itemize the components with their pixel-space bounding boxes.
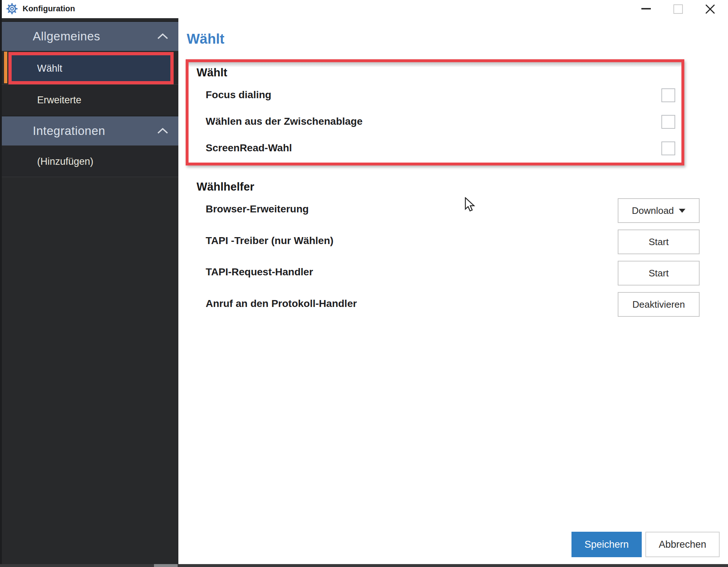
maximize-button[interactable] [667,0,689,18]
maximize-icon [673,4,683,14]
sidebar-item-waehlt[interactable]: Wählt [12,55,172,81]
sidebar-item-erweiterte[interactable]: Erweiterte [2,84,178,115]
download-button-label: Download [632,205,674,216]
section-title-waehlt: Wählt [197,66,227,79]
download-button[interactable]: Download [618,198,700,223]
save-button[interactable]: Speichern [571,532,642,557]
window-bottom-edge [0,564,728,567]
page-title: Wählt [187,31,224,47]
close-button[interactable] [699,0,721,18]
window-bottom-edge-segment [154,564,178,567]
checkbox-focus-dialing[interactable] [661,88,675,102]
deaktivieren-button[interactable]: Deaktivieren [618,292,700,317]
section-title-waehlhelfer: Wählhelfer [197,180,254,193]
row-label-browser-erweiterung: Browser-Erweiterung [206,203,309,215]
deaktivieren-button-label: Deaktivieren [632,299,685,310]
row-label-tapi-treiber: TAPI -Treiber (nur Wählen) [206,235,333,247]
sidebar-item-hinzufuegen[interactable]: (Hinzufügen) [2,146,178,177]
sidebar: Allgemeines Wählt Erweiterte Integration… [2,18,178,567]
chevron-up-icon [157,128,168,134]
row-label-zwischenablage: Wählen aus der Zwischenablage [206,116,363,127]
sidebar-group-integrationen[interactable]: Integrationen [2,116,178,145]
row-label-tapi-request-handler: TAPI-Request-Handler [206,266,313,278]
title-bar: Konfiguration [0,0,728,18]
konfiguration-window: Konfiguration Allgemeines Wählt [0,0,728,567]
minimize-icon [641,8,651,9]
checkbox-screenread-wahl[interactable] [661,141,675,155]
sidebar-group-allgemeines[interactable]: Allgemeines [2,21,178,51]
minimize-button[interactable] [635,0,657,18]
annotation-inner-shadow [189,62,681,67]
row-label-focus-dialing: Focus dialing [206,89,271,101]
checkbox-zwischenablage[interactable] [661,115,675,129]
dropdown-caret-icon [679,209,685,213]
window-title: Konfiguration [23,4,75,13]
cancel-button[interactable]: Abbrechen [645,532,720,557]
sidebar-group-label: Integrationen [33,124,105,138]
selected-item-accent-bar [4,52,7,83]
start-button-label: Start [649,268,669,279]
gear-icon [6,3,18,15]
chevron-up-icon [157,33,168,39]
sidebar-group-label: Allgemeines [33,29,100,43]
tapi-request-start-button[interactable]: Start [618,261,700,286]
row-label-screenread-wahl: ScreenRead-Wahl [206,142,292,154]
row-label-protokoll-handler: Anruf an den Protokoll-Handler [206,298,357,310]
sidebar-item-label: Wählt [37,63,62,74]
mouse-cursor [464,197,475,212]
close-icon [705,4,716,15]
sidebar-item-label: (Hinzufügen) [37,156,94,167]
sidebar-item-label: Erweiterte [37,95,82,106]
start-button-label: Start [649,236,669,248]
tapi-treiber-start-button[interactable]: Start [618,229,700,254]
